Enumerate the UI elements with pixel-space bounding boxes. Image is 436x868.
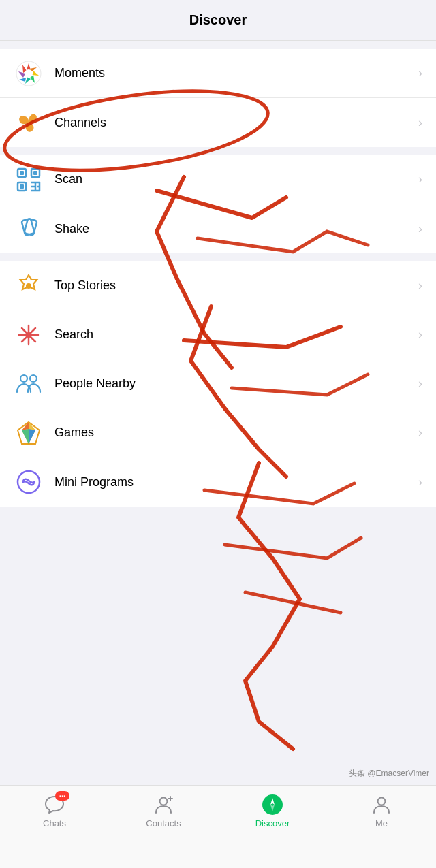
discover-nav-label: Discover [255, 818, 290, 829]
svg-point-17 [26, 283, 31, 289]
shake-icon [14, 214, 44, 244]
svg-marker-32 [22, 429, 29, 444]
bottom-navigation: ··· Chats Contacts Discover [0, 785, 436, 868]
mini-programs-chevron: › [418, 475, 422, 489]
svg-point-41 [378, 798, 386, 805]
people-nearby-icon [14, 369, 44, 399]
scan-label: Scan [54, 172, 418, 187]
section-2: Scan › Shake › [0, 155, 436, 253]
top-stories-item[interactable]: Top Stories › [0, 261, 436, 310]
page-title: Discover [189, 12, 247, 28]
me-nav-label: Me [375, 818, 388, 829]
svg-point-34 [18, 471, 40, 493]
channels-icon [14, 108, 44, 138]
games-item[interactable]: Games › [0, 408, 436, 457]
people-nearby-item[interactable]: People Nearby › [0, 359, 436, 408]
search-label: Search [54, 327, 418, 342]
shake-label: Shake [54, 222, 418, 236]
mini-programs-item[interactable]: Mini Programs › [0, 457, 436, 507]
svg-rect-5 [20, 171, 24, 175]
channels-item[interactable]: Channels › [0, 98, 436, 147]
top-stories-icon [14, 271, 44, 301]
chats-badge: ··· [55, 791, 69, 801]
scan-chevron: › [418, 172, 422, 187]
svg-point-1 [25, 69, 33, 78]
people-nearby-chevron: › [418, 376, 422, 391]
section-3: Top Stories › Search › Pe [0, 261, 436, 507]
contacts-icon [153, 794, 174, 816]
svg-marker-33 [29, 429, 35, 444]
svg-point-23 [20, 375, 27, 382]
contacts-nav-label: Contacts [146, 818, 181, 829]
moments-item[interactable]: Moments › [0, 49, 436, 98]
top-stories-chevron: › [418, 278, 422, 293]
watermark: 头条 @EmacserVimer [349, 768, 429, 779]
moments-icon [14, 59, 44, 89]
nav-discover[interactable]: Discover [218, 794, 327, 829]
svg-point-22 [26, 332, 31, 338]
shake-chevron: › [418, 222, 422, 236]
channels-chevron: › [418, 116, 422, 130]
top-stories-label: Top Stories [54, 278, 418, 293]
scan-icon [14, 165, 44, 195]
discover-icon [262, 794, 283, 816]
mini-programs-label: Mini Programs [54, 475, 418, 489]
svg-point-24 [30, 375, 37, 382]
games-chevron: › [418, 425, 422, 440]
mini-programs-icon [14, 467, 44, 497]
svg-rect-7 [20, 184, 24, 189]
channels-label: Channels [54, 116, 418, 130]
header: Discover [0, 0, 436, 41]
moments-chevron: › [418, 66, 422, 80]
chats-nav-label: Chats [43, 818, 66, 829]
search-icon [14, 320, 44, 350]
games-label: Games [54, 425, 418, 440]
search-item[interactable]: Search › [0, 310, 436, 359]
search-chevron: › [418, 327, 422, 342]
nav-contacts[interactable]: Contacts [109, 794, 218, 829]
shake-item[interactable]: Shake › [0, 204, 436, 253]
people-nearby-label: People Nearby [54, 376, 418, 391]
section-1: Moments › Channels › [0, 49, 436, 147]
svg-rect-6 [33, 171, 37, 175]
moments-label: Moments [54, 66, 418, 80]
nav-chats[interactable]: ··· Chats [0, 794, 109, 829]
me-icon [371, 794, 392, 816]
nav-me[interactable]: Me [327, 794, 436, 829]
chats-icon: ··· [44, 794, 65, 816]
games-icon [14, 418, 44, 448]
scan-item[interactable]: Scan › [0, 155, 436, 204]
svg-point-35 [160, 798, 168, 805]
svg-point-38 [262, 794, 283, 815]
